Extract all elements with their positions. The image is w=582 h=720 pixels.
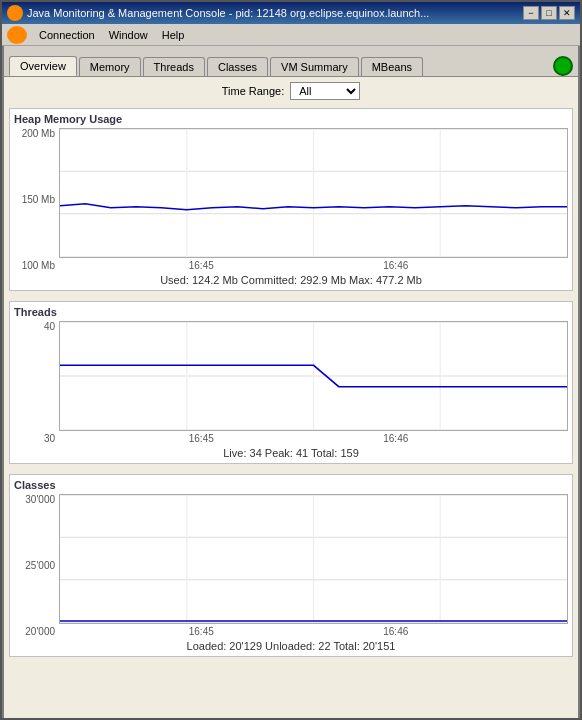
heap-chart-wrapper: Used ◄ 124'192'144 16:45 16:46 — [59, 128, 568, 271]
heap-chart-title: Heap Memory Usage — [14, 113, 568, 125]
heap-stats: Used: 124.2 Mb Committed: 292.9 Mb Max: … — [14, 274, 568, 286]
heap-y-axis: 200 Mb 150 Mb 100 Mb — [14, 128, 59, 271]
heap-y-label-mid: 150 Mb — [22, 194, 55, 205]
heap-x-label-1: 16:45 — [189, 260, 214, 271]
classes-chart-container: 30'000 25'000 20'000 — [14, 494, 568, 637]
classes-chart-title: Classes — [14, 479, 568, 491]
heap-x-labels: 16:45 16:46 — [59, 260, 568, 271]
heap-x-label-2: 16:46 — [383, 260, 408, 271]
classes-x-label-2: 16:46 — [383, 626, 408, 637]
classes-stats: Loaded: 20'129 Unloaded: 22 Total: 20'15… — [14, 640, 568, 652]
nav-tabs: Overview Memory Threads Classes VM Summa… — [4, 46, 578, 76]
tab-mbeans[interactable]: MBeans — [361, 57, 423, 76]
classes-y-label-mid: 25'000 — [25, 560, 55, 571]
menu-window[interactable]: Window — [103, 28, 154, 42]
threads-chart-container: 40 30 — [14, 321, 568, 444]
heap-y-label-top: 200 Mb — [22, 128, 55, 139]
threads-x-labels: 16:45 16:46 — [59, 433, 568, 444]
classes-x-labels: 16:45 16:46 — [59, 626, 568, 637]
app-menu-icon — [7, 26, 27, 44]
threads-section: Threads 40 30 — [9, 301, 573, 464]
threads-stats: Live: 34 Peak: 41 Total: 159 — [14, 447, 568, 459]
classes-chart-wrapper: Loaded ◄ 20'129 16:45 16:46 — [59, 494, 568, 637]
minimize-button[interactable]: − — [523, 6, 539, 20]
tab-threads[interactable]: Threads — [143, 57, 205, 76]
classes-y-axis: 30'000 25'000 20'000 — [14, 494, 59, 637]
classes-y-label-bot: 20'000 — [25, 626, 55, 637]
classes-section: Classes 30'000 25'000 20'000 — [9, 474, 573, 657]
threads-chart-wrapper: Live threads ◄ 34 16:45 16:46 — [59, 321, 568, 444]
app-icon — [7, 5, 23, 21]
content-area[interactable]: Time Range: All 1 min 2 min 5 min 10 min… — [4, 76, 578, 720]
threads-chart-area: Live threads ◄ 34 — [59, 321, 568, 431]
threads-chart-title: Threads — [14, 306, 568, 318]
app-window: Overview Memory Threads Classes VM Summa… — [2, 46, 580, 720]
tab-overview[interactable]: Overview — [9, 56, 77, 76]
heap-chart-area: Used ◄ 124'192'144 — [59, 128, 568, 258]
tab-memory[interactable]: Memory — [79, 57, 141, 76]
threads-y-label-top: 40 — [44, 321, 55, 332]
tab-vm-summary[interactable]: VM Summary — [270, 57, 359, 76]
time-range-label: Time Range: — [222, 85, 285, 97]
time-range-select[interactable]: All 1 min 2 min 5 min 10 min — [290, 82, 360, 100]
menu-connection[interactable]: Connection — [33, 28, 101, 42]
time-range-bar: Time Range: All 1 min 2 min 5 min 10 min — [9, 82, 573, 100]
threads-y-label-bot: 30 — [44, 433, 55, 444]
window-controls: − □ ✕ — [523, 6, 575, 20]
menu-help[interactable]: Help — [156, 28, 191, 42]
title-bar: Java Monitoring & Management Console - p… — [2, 2, 580, 24]
heap-chart-container: 200 Mb 150 Mb 100 Mb — [14, 128, 568, 271]
tab-classes[interactable]: Classes — [207, 57, 268, 76]
classes-y-label-top: 30'000 — [25, 494, 55, 505]
window-title: Java Monitoring & Management Console - p… — [27, 7, 429, 19]
heap-y-label-bot: 100 Mb — [22, 260, 55, 271]
classes-chart-area: Loaded ◄ 20'129 — [59, 494, 568, 624]
close-button[interactable]: ✕ — [559, 6, 575, 20]
maximize-button[interactable]: □ — [541, 6, 557, 20]
threads-x-label-2: 16:46 — [383, 433, 408, 444]
threads-y-axis: 40 30 — [14, 321, 59, 444]
classes-x-label-1: 16:45 — [189, 626, 214, 637]
threads-x-label-1: 16:45 — [189, 433, 214, 444]
menu-bar: Connection Window Help — [2, 24, 580, 46]
heap-memory-section: Heap Memory Usage 200 Mb 150 Mb 100 Mb — [9, 108, 573, 291]
connection-indicator — [553, 56, 573, 76]
